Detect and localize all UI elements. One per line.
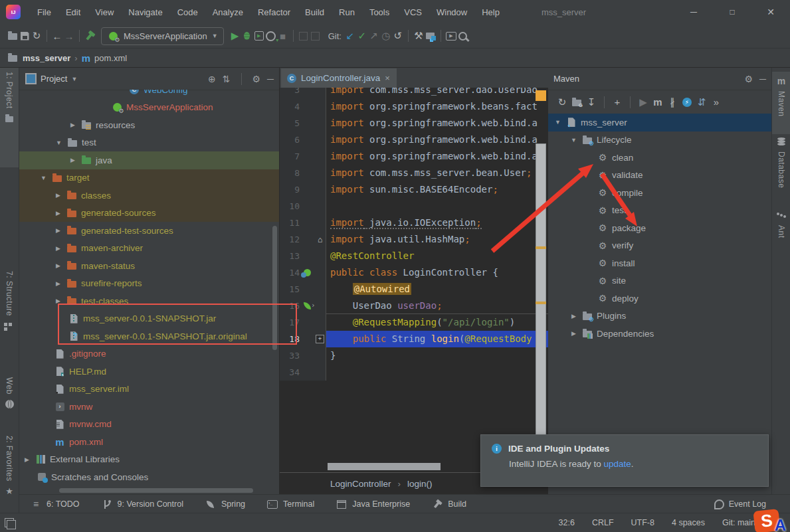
editor-vertical-scrollbar[interactable]: [536, 143, 546, 466]
tree-expand-arrow-icon[interactable]: ▼: [569, 137, 578, 143]
tree-expand-arrow-icon[interactable]: ▼: [39, 175, 48, 181]
generate-sources-icon[interactable]: [571, 97, 583, 108]
tree-item-install[interactable]: ⚙install: [548, 254, 771, 272]
code-editor[interactable]: 3import com.mss.mss_server.dao.UserDao4i…: [280, 88, 548, 414]
close-tab-icon[interactable]: ×: [385, 73, 390, 83]
gear-icon[interactable]: ⚙: [252, 74, 261, 84]
breadcrumb-project[interactable]: mss_server: [23, 53, 70, 63]
history-icon[interactable]: ◷: [380, 31, 392, 41]
hide-icon[interactable]: ─: [267, 74, 274, 84]
profiles-icon[interactable]: ⇵: [696, 97, 708, 108]
tree-item-clean[interactable]: ⚙clean: [548, 149, 771, 167]
file-encoding[interactable]: UTF-8: [631, 518, 654, 527]
run-goal-icon[interactable]: ▶: [637, 97, 649, 108]
coverage-icon[interactable]: ▶: [253, 31, 265, 41]
tree-item-external-libraries[interactable]: ▶External Libraries: [19, 451, 279, 469]
tool-window-button-java-enterprise[interactable]: Java Enterprise: [336, 499, 410, 509]
tree-expand-arrow-icon[interactable]: ▶: [68, 157, 77, 163]
run-icon[interactable]: ▶: [229, 31, 241, 41]
tool-window-button-database[interactable]: Database: [772, 132, 790, 205]
code-line-10[interactable]: 10: [280, 198, 548, 215]
tree-item-verify[interactable]: ⚙verify: [548, 237, 771, 255]
tree-item-site[interactable]: ⚙site: [548, 272, 771, 290]
tool-window-button-ant[interactable]: Ant: [772, 206, 790, 250]
tree-expand-arrow-icon[interactable]: ▶: [54, 227, 62, 234]
code-line-8[interactable]: 8import com.mss.mss_server.bean.User;: [280, 165, 548, 181]
tool-window-button-build[interactable]: Build: [431, 499, 466, 509]
update-project-icon[interactable]: ↙: [344, 31, 356, 41]
skip-tests-icon[interactable]: ∦: [666, 97, 678, 108]
tree-item-mss-server-iml[interactable]: mss_server.iml: [19, 381, 279, 399]
tree-item-compile[interactable]: ⚙compile: [548, 184, 771, 202]
code-line-18[interactable]: 18+ public String login(@RequestBody: [280, 331, 548, 347]
locate-icon[interactable]: ⊕: [208, 74, 216, 84]
rollback-icon[interactable]: ↺: [392, 31, 404, 41]
tree-expand-arrow-icon[interactable]: ▶: [569, 313, 578, 319]
profiler-icon[interactable]: [265, 31, 277, 41]
tree-expand-arrow-icon[interactable]: ▶: [54, 245, 62, 252]
code-line-4[interactable]: 4import org.springframework.beans.fact: [280, 98, 548, 115]
tree-item-scratches-and-consoles[interactable]: Scratches and Consoles: [19, 468, 279, 486]
hide-icon[interactable]: ─: [759, 74, 766, 84]
update-link[interactable]: update: [604, 459, 631, 469]
menu-item-analyze[interactable]: Analyze: [205, 0, 250, 24]
indent-setting[interactable]: 4 spaces: [672, 518, 705, 527]
add-maven-project-icon[interactable]: +: [611, 97, 623, 108]
tree-item-mss-server-0-0-1-snapshot-jar[interactable]: mss_server-0.0.1-SNAPSHOT.jar: [19, 310, 279, 328]
code-line-9[interactable]: 9import sun.misc.BASE64Encoder;: [280, 181, 548, 198]
forward-icon[interactable]: →: [63, 31, 75, 41]
tool-window-button-6-todo[interactable]: ≡6: TODO: [30, 499, 80, 509]
tree-item-java[interactable]: ▶java: [19, 151, 279, 169]
tool-window-button-9-version-control[interactable]: 9: Version Control: [101, 499, 183, 509]
tool-window-button-2-favorites[interactable]: 2: Favorites★: [0, 432, 19, 514]
tree-expand-arrow-icon[interactable]: ▶: [54, 192, 62, 199]
code-line-5[interactable]: 5import org.springframework.web.bind.a: [280, 115, 548, 132]
menu-item-tools[interactable]: Tools: [362, 0, 397, 24]
tree-item-target[interactable]: ▼target: [19, 169, 279, 187]
tree-expand-arrow-icon[interactable]: ▶: [54, 280, 62, 287]
menu-item-window[interactable]: Window: [429, 0, 474, 24]
line-ending[interactable]: CRLF: [592, 518, 614, 527]
run-configuration-select[interactable]: MssServerApplication ▼: [101, 27, 224, 45]
tool-window-button-spring[interactable]: Spring: [205, 499, 245, 509]
reimport-icon[interactable]: ↻: [556, 97, 568, 108]
tree-item-test-classes[interactable]: ▶test-classes: [19, 292, 279, 310]
tree-item-mss-server-0-0-1-snapshot-jar-original[interactable]: mss_server-0.0.1-SNAPSHOT.jar.original: [19, 327, 279, 345]
breadcrumb-method[interactable]: login(): [407, 479, 433, 489]
commit-icon[interactable]: ✓: [356, 31, 368, 41]
notification-popup[interactable]: i IDE and Plugin Updates IntelliJ IDEA i…: [480, 434, 769, 487]
tree-item-resources[interactable]: ▶resources: [19, 116, 279, 134]
execute-goal-icon[interactable]: m: [652, 97, 664, 108]
tree-item-validate[interactable]: ⚙validate: [548, 167, 771, 185]
menu-item-vcs[interactable]: VCS: [397, 0, 429, 24]
breadcrumb-file[interactable]: pom.xml: [94, 53, 127, 63]
tree-item-package[interactable]: ⚙package: [548, 219, 771, 237]
more-icon[interactable]: »: [710, 97, 722, 108]
breadcrumb-class[interactable]: LoginController: [330, 479, 391, 489]
tree-expand-arrow-icon[interactable]: ▶: [68, 122, 77, 128]
tree-expand-arrow-icon[interactable]: ▼: [54, 139, 63, 146]
tree-item-maven-archiver[interactable]: ▶maven-archiver: [19, 240, 279, 258]
code-line-15[interactable]: 15 @Autowired: [280, 281, 548, 298]
chevron-down-icon[interactable]: ▼: [71, 76, 77, 82]
project-panel-title[interactable]: Project: [41, 74, 67, 84]
tree-item-pom-xml[interactable]: mpom.xml: [19, 433, 279, 451]
debug-icon[interactable]: [241, 31, 253, 41]
tree-item-mss-server[interactable]: ▼mss_server: [548, 114, 771, 132]
code-line-11[interactable]: 11import java.io.IOException;: [280, 215, 548, 231]
tree-item-plugins[interactable]: ▶Plugins: [548, 308, 771, 325]
tree-expand-arrow-icon[interactable]: ▶: [54, 210, 62, 217]
tree-item-test[interactable]: ⚙test: [548, 202, 771, 220]
back-icon[interactable]: ←: [51, 31, 63, 41]
git-branch[interactable]: Git: main: [722, 518, 755, 527]
menu-item-edit[interactable]: Edit: [58, 0, 88, 24]
push-icon[interactable]: ↗: [368, 31, 380, 41]
tree-expand-arrow-icon[interactable]: ▶: [54, 298, 62, 304]
code-line-6[interactable]: 6import org.springframework.web.bind.a: [280, 132, 548, 148]
tree-item-generated-test-sources[interactable]: ▶generated-test-sources: [19, 222, 279, 240]
tool-window-button-maven[interactable]: mMaven: [772, 72, 790, 134]
collapse-all-icon[interactable]: ⇅: [223, 74, 231, 84]
gear-icon[interactable]: ⚙: [745, 74, 753, 84]
code-line-17[interactable]: 17 @RequestMapping("/api/login"): [280, 314, 548, 331]
tree-item-webconfig[interactable]: CWebConfig: [19, 90, 279, 99]
